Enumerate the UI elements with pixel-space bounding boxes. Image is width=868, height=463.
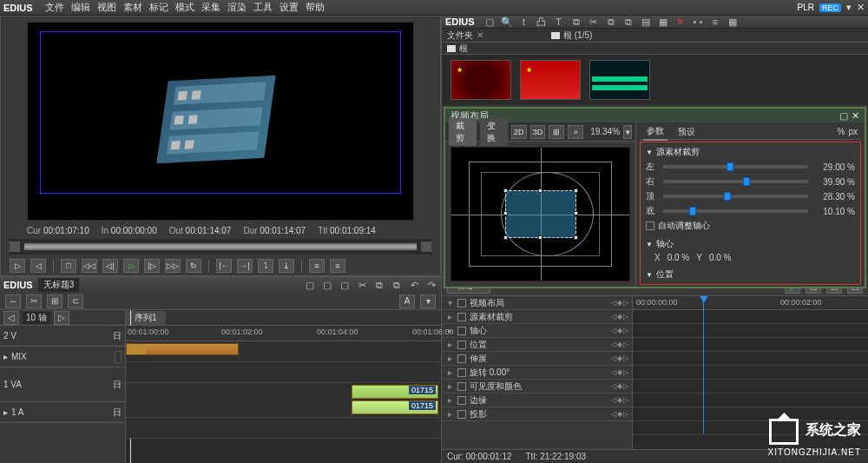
kf-row[interactable]: ▸位置◁◆▷ [442, 338, 632, 352]
zoom-out-icon[interactable]: ◁ [3, 311, 19, 325]
collapse-icon[interactable]: ▼ [646, 271, 653, 279]
next-frame-button[interactable]: |▷ [144, 259, 160, 273]
list-icon[interactable]: ≡ [709, 16, 721, 28]
kf-row[interactable]: ▸投影◁◆▷ [442, 407, 632, 421]
folder-icon[interactable]: ▢ [483, 16, 496, 28]
zoom-select[interactable]: 10 轴 [23, 312, 50, 324]
overwrite-button[interactable]: ⤓ [279, 259, 294, 273]
slider-right[interactable]: 右39.90 % [646, 175, 855, 188]
slider-top[interactable]: 顶28.30 % [646, 190, 855, 202]
layout-selection[interactable] [505, 190, 576, 238]
minimize-icon[interactable]: ▾ [846, 2, 852, 13]
extra-2-button[interactable]: ≡ [330, 259, 345, 273]
slider-left[interactable]: 左29.00 % [646, 161, 855, 173]
track-a1[interactable]: ▸1 A日 [0, 402, 125, 423]
unit-px[interactable]: px [848, 127, 858, 136]
kf-playhead[interactable] [703, 296, 704, 433]
cut-icon[interactable]: 凸 [536, 16, 548, 28]
insert-button[interactable]: ⤵ [258, 259, 273, 273]
rewind-button[interactable]: ◁◁ [82, 259, 97, 273]
project-title[interactable]: 无标题3 [38, 278, 80, 292]
zoom-in-icon[interactable]: ▷ [54, 311, 69, 325]
preview-monitor[interactable] [27, 22, 414, 221]
bin-clip-2[interactable]: ★ [520, 60, 581, 100]
paste-icon[interactable]: ⧉ [622, 16, 635, 28]
scissors-icon[interactable]: ✂ [588, 16, 600, 28]
tool-b[interactable]: ▾ [420, 294, 436, 308]
kf-checkbox[interactable] [457, 299, 466, 308]
root-folder[interactable]: 根 [459, 43, 468, 55]
copy-icon[interactable]: ⧉ [605, 16, 617, 28]
menu-mode[interactable]: 模式 [175, 1, 194, 14]
video-clip[interactable] [126, 343, 239, 355]
lane-a1[interactable] [126, 418, 441, 439]
kf-row[interactable]: ▸轴心◁◆▷ [442, 324, 632, 338]
bin-tree[interactable]: 根 [442, 43, 868, 55]
play-button[interactable]: ▷ [123, 259, 139, 273]
scrub-start-icon[interactable] [10, 241, 20, 252]
layout-canvas[interactable] [450, 147, 630, 281]
kf-row[interactable]: ▸源素材裁剪◁◆▷ [442, 310, 632, 324]
lane-v2[interactable] [126, 341, 441, 362]
set-in-button[interactable]: ▷ [10, 259, 25, 273]
menu-tools[interactable]: 工具 [253, 1, 273, 14]
zoom-dropdown-icon[interactable]: ▾ [623, 125, 632, 139]
menu-capture[interactable]: 采集 [201, 1, 220, 14]
sequence-tab[interactable]: 序列1 [126, 311, 166, 325]
btn-grid-icon[interactable]: ⊞ [549, 125, 564, 139]
btn-expand-icon[interactable]: » [568, 125, 583, 139]
kf-row[interactable]: ▸可见度和颜色◁◆▷ [442, 380, 632, 394]
dialog-close-icon[interactable]: ✕ [852, 110, 859, 122]
dialog-titlebar[interactable]: 视频布局 ▢ ✕ [445, 109, 865, 122]
close-icon[interactable]: ✕ [857, 2, 865, 13]
goto-out-button[interactable]: →| [237, 259, 253, 273]
tool-magnet[interactable]: ⊂ [68, 294, 83, 308]
tab-preset[interactable]: 预设 [674, 124, 699, 140]
tl-paste-icon[interactable]: ⧉ [391, 279, 403, 291]
menu-view[interactable]: 视图 [97, 1, 116, 14]
tool-a[interactable]: A [399, 294, 415, 308]
extra-1-button[interactable]: ≡ [309, 259, 325, 273]
btn-2d[interactable]: 2D [511, 125, 527, 139]
text-icon[interactable]: T [553, 16, 565, 28]
track-v2[interactable]: 2 V日 [0, 326, 125, 347]
menu-clip[interactable]: 素材 [123, 1, 142, 14]
bin-clip-3[interactable] [589, 60, 650, 100]
collapse-icon[interactable]: ▼ [646, 241, 653, 248]
zoom-value[interactable]: 19.34% [590, 127, 620, 136]
menu-file[interactable]: 文件 [45, 1, 64, 14]
track-mix[interactable]: ▸MIX [0, 347, 125, 367]
menu-settings[interactable]: 设置 [279, 1, 299, 14]
tl-open-icon[interactable]: ▢ [321, 279, 333, 291]
menu-edit[interactable]: 编辑 [71, 1, 90, 14]
goto-in-button[interactable]: |← [216, 259, 232, 273]
search-icon[interactable]: 🔍 [501, 16, 513, 28]
grid-icon[interactable]: ▦ [727, 16, 739, 28]
fast-forward-button[interactable]: ▷▷ [165, 259, 181, 273]
kf-row[interactable]: ▸边缘◁◆▷ [442, 394, 632, 407]
scrub-end-icon[interactable] [421, 241, 431, 252]
btn-3d[interactable]: 3D [530, 125, 546, 139]
menu-mark[interactable]: 标记 [149, 1, 168, 14]
menu-help[interactable]: 帮助 [306, 1, 325, 14]
tl-save-icon[interactable]: ▢ [339, 279, 351, 291]
timeline-ruler[interactable]: 00:01:00:00 00:01:02:00 00:01:04:00 00:0… [126, 326, 441, 341]
delete-icon[interactable]: ✕ [674, 16, 687, 28]
set-out-button[interactable]: ◁ [30, 259, 46, 273]
tool-razor[interactable]: ✂ [26, 294, 42, 308]
tab-crop[interactable]: 裁剪 [449, 118, 477, 146]
scrub-bar[interactable] [10, 239, 431, 255]
tool-select[interactable]: ↔ [5, 294, 21, 308]
folder-tab[interactable]: 文件夹✕ [447, 30, 483, 40]
unit-pct[interactable]: % [838, 127, 845, 136]
loop-button[interactable]: ↻ [186, 259, 201, 273]
lane-mix[interactable] [126, 362, 441, 383]
dialog-maximize-icon[interactable]: ▢ [839, 110, 848, 122]
lane-v1[interactable]: 01715 01715 [126, 383, 441, 418]
mode-plr[interactable]: PLR [798, 3, 814, 12]
pivot-y[interactable]: 0.0 % [709, 253, 732, 262]
tl-copy-icon[interactable]: ⧉ [373, 279, 385, 291]
view-icon[interactable]: ▦ [657, 16, 669, 28]
tl-undo-icon[interactable]: ↶ [408, 279, 420, 291]
stop-button[interactable]: □ [61, 259, 76, 273]
